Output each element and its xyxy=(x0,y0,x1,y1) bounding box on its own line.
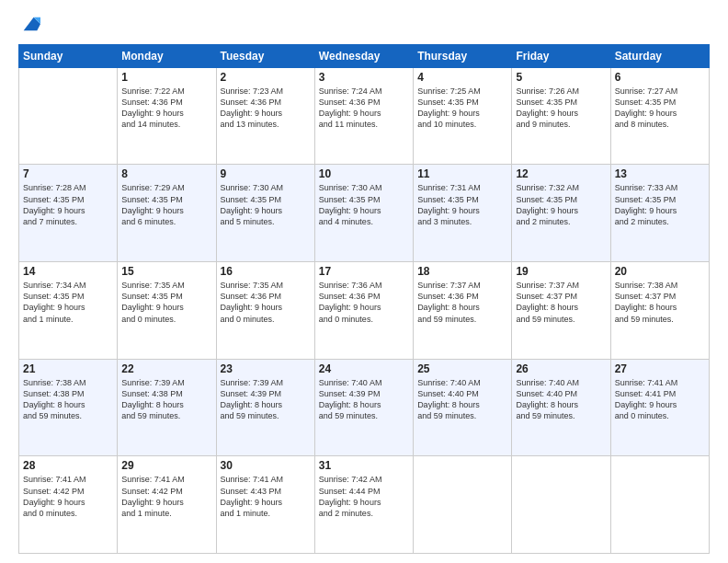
day-number: 9 xyxy=(221,167,311,180)
day-number: 17 xyxy=(319,265,409,278)
day-info-line: Sunrise: 7:39 AM xyxy=(221,377,311,388)
calendar-cell: 27Sunrise: 7:41 AMSunset: 4:41 PMDayligh… xyxy=(610,359,709,456)
day-info-line: Daylight: 8 hours xyxy=(417,399,507,410)
day-info-line: and 0 minutes. xyxy=(319,314,409,325)
day-info-line: Daylight: 8 hours xyxy=(516,399,606,410)
day-info-line: Daylight: 8 hours xyxy=(319,399,409,410)
calendar-cell: 9Sunrise: 7:30 AMSunset: 4:35 PMDaylight… xyxy=(216,165,314,262)
day-info-line: Daylight: 9 hours xyxy=(121,497,211,508)
day-info-line: Sunset: 4:36 PM xyxy=(319,97,409,108)
day-info-line: and 1 minute. xyxy=(221,508,311,519)
calendar-cell: 24Sunrise: 7:40 AMSunset: 4:39 PMDayligh… xyxy=(314,359,413,456)
day-number: 20 xyxy=(615,265,705,278)
day-number: 2 xyxy=(221,71,311,84)
day-info-line: Sunrise: 7:35 AM xyxy=(121,280,211,291)
day-info-line: and 10 minutes. xyxy=(417,119,507,130)
day-info-line: Daylight: 8 hours xyxy=(121,399,211,410)
day-info-line: Daylight: 9 hours xyxy=(319,497,409,508)
day-number: 30 xyxy=(221,459,311,472)
day-info-line: Sunrise: 7:37 AM xyxy=(417,280,507,291)
day-info-line: Sunrise: 7:30 AM xyxy=(319,182,409,193)
day-info-line: Daylight: 9 hours xyxy=(23,302,113,313)
calendar-cell xyxy=(512,456,610,554)
day-info-line: Sunrise: 7:32 AM xyxy=(516,182,606,193)
day-number: 13 xyxy=(615,167,705,180)
day-info-line: Daylight: 9 hours xyxy=(23,497,113,508)
day-number: 19 xyxy=(516,265,606,278)
day-info-line: Sunset: 4:36 PM xyxy=(221,291,311,302)
day-info-line: Sunset: 4:41 PM xyxy=(615,388,705,399)
day-number: 14 xyxy=(23,265,113,278)
day-number: 18 xyxy=(417,265,507,278)
calendar-cell: 2Sunrise: 7:23 AMSunset: 4:36 PMDaylight… xyxy=(216,67,314,165)
day-info-line: Daylight: 9 hours xyxy=(615,108,705,119)
day-info-line: Sunset: 4:35 PM xyxy=(417,97,507,108)
day-info-line: Sunrise: 7:41 AM xyxy=(23,474,113,485)
day-info-line: Sunrise: 7:26 AM xyxy=(516,86,606,97)
day-info-line: Sunset: 4:40 PM xyxy=(417,388,507,399)
calendar-header-row: SundayMondayTuesdayWednesdayThursdayFrid… xyxy=(19,44,710,67)
day-info-line: Sunrise: 7:40 AM xyxy=(516,377,606,388)
day-info-line: Sunset: 4:35 PM xyxy=(23,194,113,205)
calendar-cell: 1Sunrise: 7:22 AMSunset: 4:36 PMDaylight… xyxy=(118,67,216,165)
day-number: 5 xyxy=(516,71,606,84)
day-info-line: and 9 minutes. xyxy=(516,119,606,130)
calendar-cell: 30Sunrise: 7:41 AMSunset: 4:43 PMDayligh… xyxy=(216,456,314,554)
day-info-line: Sunset: 4:35 PM xyxy=(615,194,705,205)
day-number: 26 xyxy=(516,362,606,375)
calendar-week-row: 7Sunrise: 7:28 AMSunset: 4:35 PMDaylight… xyxy=(19,165,710,262)
calendar-header-wednesday: Wednesday xyxy=(314,44,413,67)
calendar-cell: 5Sunrise: 7:26 AMSunset: 4:35 PMDaylight… xyxy=(512,67,610,165)
calendar-cell: 17Sunrise: 7:36 AMSunset: 4:36 PMDayligh… xyxy=(314,262,413,360)
day-info-line: Sunset: 4:38 PM xyxy=(121,388,211,399)
day-info-line: Sunset: 4:36 PM xyxy=(417,291,507,302)
calendar-cell: 25Sunrise: 7:40 AMSunset: 4:40 PMDayligh… xyxy=(414,359,512,456)
day-info-line: and 5 minutes. xyxy=(221,216,311,227)
day-info-line: and 0 minutes. xyxy=(221,314,311,325)
day-info-line: Sunrise: 7:41 AM xyxy=(615,377,705,388)
day-info-line: Sunrise: 7:25 AM xyxy=(417,86,507,97)
day-info-line: and 2 minutes. xyxy=(615,216,705,227)
calendar-table: SundayMondayTuesdayWednesdayThursdayFrid… xyxy=(18,44,710,554)
day-number: 22 xyxy=(121,362,211,375)
calendar-cell: 29Sunrise: 7:41 AMSunset: 4:42 PMDayligh… xyxy=(118,456,216,554)
day-info-line: and 59 minutes. xyxy=(417,314,507,325)
day-info-line: Sunset: 4:35 PM xyxy=(221,194,311,205)
day-info-line: Daylight: 9 hours xyxy=(319,108,409,119)
day-info-line: Sunrise: 7:36 AM xyxy=(319,280,409,291)
day-info-line: Sunrise: 7:40 AM xyxy=(417,377,507,388)
day-info-line: Sunrise: 7:31 AM xyxy=(417,182,507,193)
day-number: 10 xyxy=(319,167,409,180)
day-number: 11 xyxy=(417,167,507,180)
day-info-line: Sunrise: 7:33 AM xyxy=(615,182,705,193)
day-number: 1 xyxy=(121,71,211,84)
day-info-line: Sunrise: 7:38 AM xyxy=(615,280,705,291)
day-info-line: Sunrise: 7:40 AM xyxy=(319,377,409,388)
day-info-line: Daylight: 8 hours xyxy=(516,302,606,313)
calendar-header-monday: Monday xyxy=(118,44,216,67)
day-info-line: Daylight: 9 hours xyxy=(615,399,705,410)
day-info-line: and 1 minute. xyxy=(121,508,211,519)
calendar-cell: 16Sunrise: 7:35 AMSunset: 4:36 PMDayligh… xyxy=(216,262,314,360)
calendar-cell: 7Sunrise: 7:28 AMSunset: 4:35 PMDaylight… xyxy=(19,165,118,262)
calendar-header-friday: Friday xyxy=(512,44,610,67)
day-info-line: Daylight: 9 hours xyxy=(221,108,311,119)
day-info-line: Sunrise: 7:41 AM xyxy=(221,474,311,485)
day-info-line: and 13 minutes. xyxy=(221,119,311,130)
calendar-cell: 15Sunrise: 7:35 AMSunset: 4:35 PMDayligh… xyxy=(118,262,216,360)
calendar-week-row: 14Sunrise: 7:34 AMSunset: 4:35 PMDayligh… xyxy=(19,262,710,360)
day-info-line: and 59 minutes. xyxy=(319,410,409,421)
day-info-line: Sunset: 4:35 PM xyxy=(615,97,705,108)
day-info-line: Sunrise: 7:38 AM xyxy=(23,377,113,388)
day-info-line: Sunrise: 7:41 AM xyxy=(121,474,211,485)
day-info-line: Sunset: 4:36 PM xyxy=(221,97,311,108)
day-number: 23 xyxy=(221,362,311,375)
logo-icon xyxy=(20,14,40,34)
day-number: 15 xyxy=(121,265,211,278)
calendar-cell: 28Sunrise: 7:41 AMSunset: 4:42 PMDayligh… xyxy=(19,456,118,554)
calendar-cell: 8Sunrise: 7:29 AMSunset: 4:35 PMDaylight… xyxy=(118,165,216,262)
day-number: 16 xyxy=(221,265,311,278)
calendar-cell: 3Sunrise: 7:24 AMSunset: 4:36 PMDaylight… xyxy=(314,67,413,165)
day-info-line: and 3 minutes. xyxy=(417,216,507,227)
day-info-line: and 7 minutes. xyxy=(23,216,113,227)
